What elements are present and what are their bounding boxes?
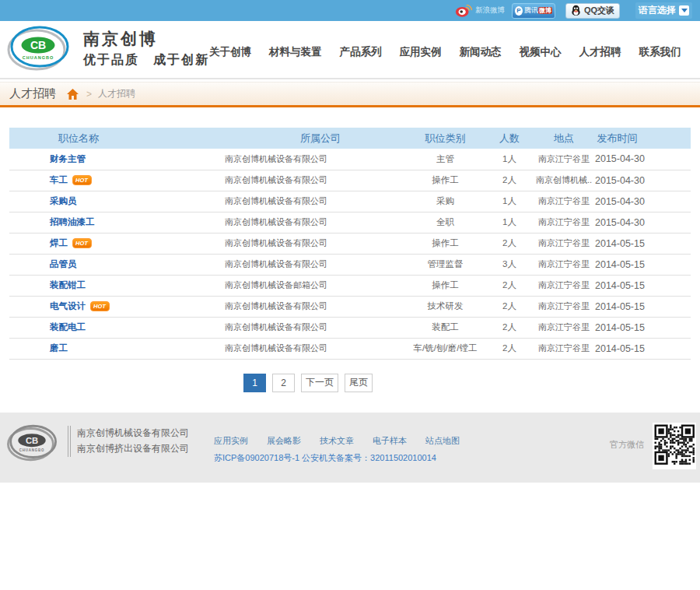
- brand-slogan: 优于品质成于创新: [83, 53, 209, 66]
- job-category: 技术研发: [404, 296, 486, 317]
- tencent-weibo-label: 腾讯微博: [524, 5, 552, 16]
- job-row: 品管员 南京创博机械设备有限公司 管理监督 3人 南京江宁谷里 2014-05-…: [9, 254, 691, 275]
- footer-link-2[interactable]: 展会略影: [267, 435, 301, 447]
- job-row: 装配电工 南京创博机械设备有限公司 装配工 2人 南京江宁谷里 2014-05-…: [9, 317, 691, 338]
- nav-item-7[interactable]: 人才招聘: [579, 45, 621, 59]
- job-link[interactable]: 电气设计: [50, 301, 86, 311]
- job-row: 招聘油漆工 南京创博机械设备有限公司 全职 1人 南京江宁谷里 2015-04-…: [9, 212, 691, 233]
- next-page-button[interactable]: 下一页: [301, 374, 338, 392]
- nav-item-6[interactable]: 视频中心: [520, 45, 562, 59]
- job-date: 2014-05-15: [595, 338, 691, 359]
- job-link[interactable]: 招聘油漆工: [50, 217, 95, 227]
- sina-weibo-label: 新浪微博: [475, 5, 505, 16]
- job-location: 南京江宁谷里: [533, 191, 595, 212]
- hot-badge: HOT: [72, 175, 92, 185]
- job-count: 1人: [486, 191, 533, 212]
- main-nav: 关于创博材料与装置产品系列应用实例新闻动态视频中心人才招聘联系我们: [209, 45, 681, 59]
- job-row: 磨工 南京创博机械设备有限公司 车/铣/刨/磨/镗工 2人 南京江宁谷里 201…: [9, 338, 691, 359]
- job-link[interactable]: 品管员: [50, 259, 77, 269]
- job-company: 南京创博机械设备有限公司: [148, 191, 404, 212]
- job-company: 南京创博机械设备有限公司: [148, 296, 404, 317]
- nav-item-8[interactable]: 联系我们: [639, 45, 681, 59]
- last-page-button[interactable]: 尾页: [345, 374, 373, 392]
- chevron-down-icon[interactable]: [679, 5, 689, 16]
- footer-link-3[interactable]: 技术文章: [320, 435, 354, 447]
- job-location: 南京江宁谷里: [533, 212, 595, 233]
- job-count: 2人: [486, 170, 533, 191]
- column-header-count: 人数: [486, 128, 533, 149]
- pagination: 12下一页尾页: [0, 374, 649, 392]
- job-date: 2014-05-15: [595, 296, 691, 317]
- job-date: 2014-05-15: [595, 317, 691, 338]
- job-location: 南京江宁谷里: [533, 296, 595, 317]
- job-category: 全职: [404, 212, 486, 233]
- brand: CB CHUANGBO 南京创博 优于品质成于创新: [6, 24, 209, 72]
- svg-text:CHUANGBO: CHUANGBO: [19, 448, 44, 452]
- wechat-qr-code: [653, 423, 696, 469]
- nav-item-3[interactable]: 产品系列: [340, 45, 382, 59]
- job-link[interactable]: 焊工: [50, 238, 68, 248]
- brand-text: 南京创博 优于品质成于创新: [83, 30, 209, 66]
- footer-divider: [68, 426, 71, 457]
- footer-companies: 南京创博机械设备有限公司 南京创博挤出设备有限公司: [77, 425, 189, 456]
- job-date: 2014-05-15: [595, 254, 691, 275]
- job-link[interactable]: 财务主管: [50, 154, 86, 163]
- svg-text:CHUANGBO: CHUANGBO: [23, 55, 54, 60]
- job-link[interactable]: 车工: [50, 175, 68, 184]
- job-company: 南京创博机械设备有限公司: [148, 170, 404, 191]
- job-category: 管理监督: [404, 254, 486, 275]
- job-link[interactable]: 采购员: [50, 196, 77, 205]
- column-header-job-name: 职位名称: [9, 128, 148, 149]
- job-link[interactable]: 装配电工: [50, 322, 86, 332]
- page-button-1[interactable]: 1: [243, 374, 266, 392]
- language-select[interactable]: 语言选择: [635, 2, 692, 19]
- footer-right: 官方微信: [610, 423, 696, 469]
- language-label: 语言选择: [639, 4, 676, 17]
- nav-item-5[interactable]: 新闻动态: [460, 45, 502, 59]
- qq-chat-button[interactable]: QQ交谈: [565, 3, 620, 19]
- column-header-company: 所属公司: [148, 128, 404, 149]
- footer-link-5[interactable]: 站点地图: [425, 435, 460, 447]
- job-location: 南京创博机械..: [533, 170, 595, 191]
- job-company: 南京创博机械设备邮箱公司: [148, 275, 404, 296]
- job-count: 2人: [486, 317, 533, 338]
- job-location: 南京江宁谷里: [533, 149, 595, 170]
- job-company: 南京创博机械设备有限公司: [148, 254, 404, 275]
- job-row: 装配钳工 南京创博机械设备邮箱公司 操作工 2人 南京江宁谷里 2014-05-…: [9, 275, 691, 296]
- job-location: 南京江宁谷里: [533, 275, 595, 296]
- job-link[interactable]: 磨工: [50, 343, 68, 353]
- breadcrumb-bar: 人才招聘 > 人才招聘: [0, 82, 700, 107]
- job-row: 车工HOT 南京创博机械设备有限公司 操作工 2人 南京创博机械.. 2015-…: [9, 170, 691, 191]
- hot-badge: HOT: [90, 301, 110, 311]
- job-count: 1人: [486, 212, 533, 233]
- page-button-2[interactable]: 2: [272, 374, 295, 392]
- breadcrumb-current: 人才招聘: [98, 87, 135, 100]
- tencent-weibo-icon: P: [515, 6, 523, 16]
- svg-text:CB: CB: [26, 435, 38, 444]
- job-count: 2人: [486, 296, 533, 317]
- job-category: 主管: [404, 149, 486, 170]
- home-icon[interactable]: [67, 89, 79, 100]
- footer-company-1: 南京创博机械设备有限公司: [77, 425, 189, 441]
- footer-link-4[interactable]: 电子样本: [373, 435, 407, 447]
- svg-text:CB: CB: [30, 39, 46, 51]
- sina-weibo-link[interactable]: 新浪微博: [455, 3, 505, 18]
- footer-link-1[interactable]: 应用实例: [214, 435, 248, 447]
- nav-item-2[interactable]: 材料与装置: [269, 45, 322, 59]
- qq-chat-label: QQ交谈: [584, 5, 614, 16]
- tencent-weibo-link[interactable]: P 腾讯微博: [512, 3, 555, 19]
- breadcrumb-separator: >: [86, 89, 92, 100]
- job-location: 南京江宁谷里: [533, 254, 595, 275]
- topbar: 新浪微博 P 腾讯微博 QQ交谈 语言选择: [0, 0, 700, 21]
- footer: CB CHUANGBO 南京创博机械设备有限公司 南京创博挤出设备有限公司 应用…: [0, 413, 700, 483]
- icp-license: 苏ICP备09020718号-1 公安机关备案号：32011502010014: [214, 452, 460, 464]
- jobs-table-body: 财务主管 南京创博机械设备有限公司 主管 1人 南京江宁谷里 2015-04-3…: [9, 149, 691, 359]
- job-link[interactable]: 装配钳工: [50, 280, 86, 290]
- sina-weibo-icon: [455, 3, 472, 18]
- column-header-location: 地点: [533, 128, 595, 149]
- nav-item-4[interactable]: 应用实例: [400, 45, 442, 59]
- nav-item-1[interactable]: 关于创博: [209, 45, 251, 59]
- job-row: 财务主管 南京创博机械设备有限公司 主管 1人 南京江宁谷里 2015-04-3…: [9, 149, 691, 170]
- footer-company-2: 南京创博挤出设备有限公司: [77, 441, 189, 456]
- qq-penguin-icon: [571, 5, 581, 16]
